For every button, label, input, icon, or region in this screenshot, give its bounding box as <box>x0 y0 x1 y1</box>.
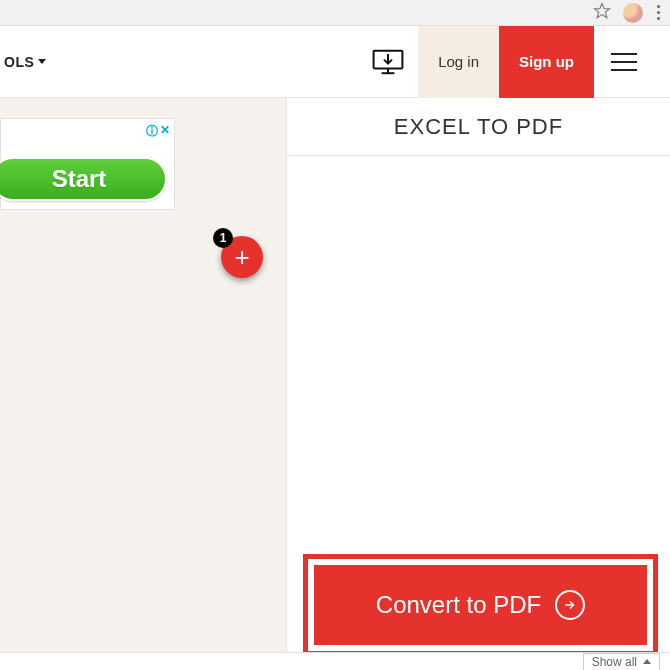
convert-label: Convert to PDF <box>376 591 541 619</box>
caret-down-icon <box>38 59 46 64</box>
add-file-fab[interactable]: + 1 <box>221 236 263 278</box>
hamburger-menu-icon[interactable] <box>594 26 654 98</box>
bookmark-star-icon[interactable] <box>593 2 611 24</box>
file-count-badge: 1 <box>213 228 233 248</box>
browser-toolbar <box>0 0 670 26</box>
signup-button[interactable]: Sign up <box>499 26 594 98</box>
tools-label: OLS <box>4 54 34 70</box>
convert-highlight-box: Convert to PDF <box>303 554 658 656</box>
left-panel: ⓘ ✕ Start + 1 <box>0 98 287 670</box>
convert-to-pdf-button[interactable]: Convert to PDF <box>314 565 647 645</box>
show-all-button[interactable]: Show all <box>583 653 660 671</box>
browser-menu-icon[interactable] <box>655 3 662 22</box>
ad-info-icon[interactable]: ⓘ <box>146 123 158 140</box>
panel-title: EXCEL TO PDF <box>287 98 670 156</box>
ad-container: ⓘ ✕ Start <box>0 118 175 210</box>
arrow-right-circle-icon <box>555 590 585 620</box>
ad-close-icon[interactable]: ✕ <box>160 123 170 140</box>
plus-icon: + <box>234 244 249 270</box>
login-button[interactable]: Log in <box>418 26 499 98</box>
site-header: OLS Log in Sign up <box>0 26 670 98</box>
download-bar: Show all <box>0 652 670 670</box>
ad-start-button[interactable]: Start <box>0 157 167 201</box>
header-actions: Log in Sign up <box>358 26 654 98</box>
right-panel: EXCEL TO PDF Convert to PDF <box>287 98 670 670</box>
caret-up-icon <box>643 659 651 664</box>
profile-avatar[interactable] <box>623 3 643 23</box>
show-all-label: Show all <box>592 655 637 669</box>
desktop-upload-icon[interactable] <box>358 26 418 98</box>
ad-controls: ⓘ ✕ <box>146 123 170 140</box>
tools-dropdown[interactable]: OLS <box>0 54 46 70</box>
main-area: ⓘ ✕ Start + 1 EXCEL TO PDF Convert to PD… <box>0 98 670 670</box>
svg-marker-0 <box>595 3 610 17</box>
